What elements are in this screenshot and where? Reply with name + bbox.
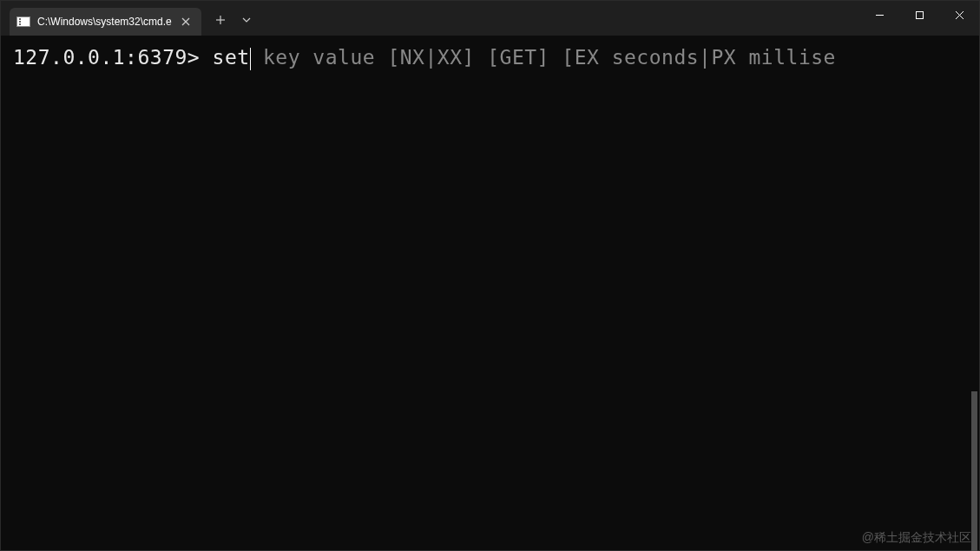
- scrollbar[interactable]: [971, 391, 977, 551]
- close-icon: [181, 17, 190, 26]
- close-tab-button[interactable]: [179, 15, 193, 29]
- maximize-icon: [915, 10, 924, 20]
- terminal-area[interactable]: 127.0.0.1:6379> set key value [NX|XX] [G…: [1, 36, 979, 550]
- watermark: @稀土掘金技术社区: [862, 530, 971, 546]
- close-window-button[interactable]: [939, 1, 979, 29]
- tab-active[interactable]: C:\Windows\system32\cmd.e: [10, 8, 201, 36]
- text-cursor: [250, 48, 251, 70]
- titlebar[interactable]: C:\Windows\system32\cmd.e: [1, 1, 979, 36]
- command-hint: key value [NX|XX] [GET] [EX seconds|PX m…: [251, 46, 836, 69]
- command-text: set: [213, 46, 250, 69]
- terminal-window: C:\Windows\system32\cmd.e: [0, 0, 980, 551]
- window-controls: [859, 1, 979, 36]
- plus-icon: [215, 15, 226, 25]
- cmd-icon: [16, 16, 30, 27]
- chevron-down-icon: [242, 17, 251, 23]
- minimize-icon: [875, 10, 885, 20]
- terminal-line: 127.0.0.1:6379> set key value [NX|XX] [G…: [13, 44, 967, 71]
- prompt: 127.0.0.1:6379>: [13, 46, 213, 69]
- maximize-button[interactable]: [899, 1, 939, 29]
- titlebar-left: C:\Windows\system32\cmd.e: [1, 1, 259, 36]
- tab-dropdown-button[interactable]: [234, 6, 259, 34]
- tab-title: C:\Windows\system32\cmd.e: [37, 16, 172, 28]
- new-tab-button[interactable]: [207, 6, 234, 34]
- close-icon: [955, 10, 964, 20]
- minimize-button[interactable]: [859, 1, 899, 29]
- svg-rect-5: [916, 11, 923, 18]
